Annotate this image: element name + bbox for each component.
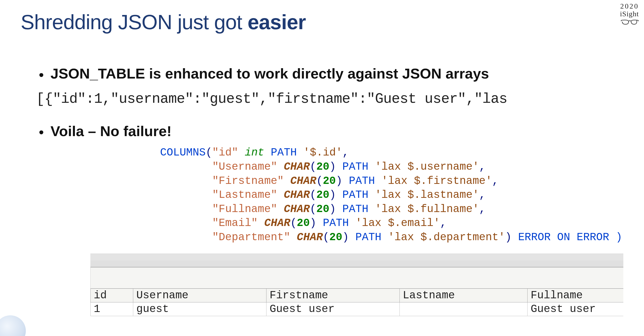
results-panel: idUsernameFirstnameLastnameFullname1gues… bbox=[90, 254, 623, 316]
glasses-icon bbox=[621, 19, 639, 25]
json-sample: [{"id":1,"username":"guest","firstname":… bbox=[36, 91, 623, 107]
table-header-row: idUsernameFirstnameLastnameFullname bbox=[91, 288, 624, 302]
table-header: Lastname bbox=[399, 288, 527, 302]
table-header: Firstname bbox=[266, 288, 399, 302]
table-cell: 1 bbox=[91, 302, 133, 316]
table-cell bbox=[399, 302, 527, 316]
logo-year: 2020 bbox=[620, 3, 639, 10]
title-bold: easier bbox=[248, 11, 306, 34]
table-header: id bbox=[91, 288, 133, 302]
table-cell: Guest user bbox=[528, 302, 623, 316]
bullet-dot: • bbox=[36, 124, 46, 140]
logo-name: iSight bbox=[620, 10, 639, 18]
bullet-1: • JSON_TABLE is enhanced to work directl… bbox=[36, 65, 623, 83]
bullet-dot: • bbox=[36, 66, 46, 83]
table-cell: Guest user bbox=[266, 302, 399, 316]
title-prefix: Shredding JSON just got bbox=[21, 11, 248, 34]
watermark-icon bbox=[0, 315, 26, 336]
event-logo: 2020 iSight bbox=[620, 3, 639, 25]
toolbar-band-top bbox=[90, 254, 623, 261]
code-block: COLUMNS("id" int PATH '$.id', "Username"… bbox=[160, 146, 623, 244]
bullet-2: • Voila – No failure! bbox=[36, 123, 623, 141]
table-row: 1guestGuest user Guest user bbox=[91, 302, 624, 316]
results-spacer bbox=[90, 268, 623, 288]
bullet-2-text: Voila – No failure! bbox=[51, 123, 172, 139]
table-header: Username bbox=[133, 288, 266, 302]
results-table: idUsernameFirstnameLastnameFullname1gues… bbox=[90, 288, 623, 316]
slide-title: Shredding JSON just got easier bbox=[21, 10, 623, 34]
bullet-1-text: JSON_TABLE is enhanced to work directly … bbox=[51, 65, 489, 82]
table-header: Fullname bbox=[528, 288, 623, 302]
toolbar-band-bottom bbox=[90, 261, 623, 268]
table-cell: guest bbox=[133, 302, 266, 316]
